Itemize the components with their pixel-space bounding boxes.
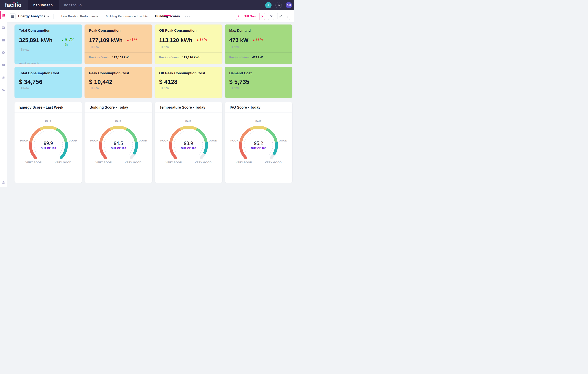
score-gauge: FAIR POOR GOOD VERY POOR VERY GOOD 99.9 … — [18, 119, 79, 167]
footer-label: Previous Week — [229, 56, 249, 59]
score-card-row: Energy Score - Last Week FAIR POOR GOOD … — [14, 102, 292, 183]
toolbar-right: Till Now — [236, 10, 290, 22]
gauge-label-very-good: VERY GOOD — [51, 161, 75, 164]
kpi-card: Total Consumption 325,891 kWh ▼ 6.72 % T… — [14, 24, 82, 64]
view-tab-live-building-performance[interactable]: Live Building Performance — [58, 14, 102, 18]
alarm-icon — [1, 75, 5, 79]
kpi-footer: Previous Week — [19, 62, 78, 64]
footer-label: Previous Week — [19, 62, 39, 64]
active-view-underline — [164, 15, 171, 16]
delta-value: 0 — [200, 37, 203, 42]
kpi-cost-value: $ 34,756 — [19, 79, 78, 85]
top-navbar: facılıo DASHBOARD PORTFOLIO AM — [0, 0, 294, 10]
footer-label: Previous Week — [159, 56, 179, 59]
expand-button[interactable] — [277, 13, 284, 20]
kpi-cost-card: Demand Cost $ 5,735 Till Now — [225, 67, 292, 98]
chevron-right-icon — [261, 15, 263, 18]
nav-tab-dashboard[interactable]: DASHBOARD — [28, 0, 59, 10]
dashboard-content: Total Consumption 325,891 kWh ▼ 6.72 % T… — [7, 22, 294, 187]
toolbar-left: Energy Analytics Live Building Performan… — [10, 10, 190, 22]
delta-triangle-icon: ▲ — [127, 39, 129, 41]
kpi-footer: Previous Week 473 kW — [229, 55, 288, 59]
kpi-row-consumption: Total Consumption 325,891 kWh ▼ 6.72 % T… — [14, 24, 292, 64]
add-button[interactable] — [265, 2, 272, 8]
kpi-value: 113,120 kWh — [159, 37, 192, 44]
delta-unit: % — [134, 38, 137, 42]
delta-value: 6.72 — [65, 37, 74, 42]
gauge-label-very-good: VERY GOOD — [191, 161, 215, 164]
gauge-value: 93.9 — [158, 141, 219, 146]
windows-icon — [1, 88, 5, 92]
filter-funnel-icon — [270, 14, 273, 18]
kpi-title: Max Demand — [229, 29, 288, 33]
energy-bolt-icon — [1, 51, 5, 54]
kpi-delta: ▲ 0 % — [196, 37, 207, 42]
chevron-down-icon — [47, 16, 49, 17]
filter-button[interactable] — [268, 13, 274, 20]
kpi-title: Peak Consumption — [89, 29, 148, 33]
view-tab-building-scores[interactable]: Building Scores — [151, 14, 184, 18]
gauge-label-very-poor: VERY POOR — [161, 161, 186, 164]
kpi-period: Till Now — [89, 86, 148, 90]
gauge-label-very-good: VERY GOOD — [121, 161, 145, 164]
nav-tab-portfolio[interactable]: PORTFOLIO — [59, 0, 88, 10]
hamburger-menu-button[interactable] — [10, 13, 16, 19]
logo-dot — [13, 2, 14, 3]
kpi-title: Peak Consumption Cost — [89, 71, 148, 75]
kpi-period: Till Now — [19, 86, 78, 90]
sidebar-item-inbox[interactable] — [0, 23, 7, 32]
plus-icon — [267, 4, 270, 7]
gauge-out-of-label: OUT OF 100 — [18, 147, 79, 150]
left-sidebar — [0, 10, 7, 187]
kpi-cost-card: Total Consumption Cost $ 34,756 Till Now — [14, 67, 82, 98]
sidebar-item-energy[interactable] — [0, 48, 7, 57]
kpi-cost-value: $ 10,442 — [89, 79, 148, 85]
view-tabs: Live Building PerformanceBuilding Perfor… — [58, 14, 184, 18]
card-divider — [14, 60, 82, 61]
sidebar-item-buildings[interactable] — [0, 10, 7, 20]
sidebar-item-maintenance[interactable] — [0, 35, 7, 45]
notifications-button[interactable] — [275, 2, 282, 8]
delta-triangle-icon: ▲ — [252, 39, 255, 41]
time-prev-button[interactable] — [236, 13, 241, 20]
sidebar-item-alarms[interactable] — [0, 73, 7, 82]
sidebar-item-dashboards[interactable] — [0, 60, 7, 70]
dashboard-selector[interactable]: Energy Analytics — [18, 14, 49, 18]
card-divider — [155, 52, 222, 53]
kpi-delta: ▲ 0 % — [127, 37, 137, 42]
kpi-card: Max Demand 473 kW ▲ 0 % Till Now Previou… — [225, 24, 292, 64]
view-tab-building-performance-insights[interactable]: Building Performance Insights — [102, 14, 151, 18]
footer-value: 113,120 kWh — [182, 55, 200, 59]
gauge-out-of-label: OUT OF 100 — [228, 147, 289, 150]
time-range-button[interactable]: Till Now — [241, 13, 260, 20]
delta-value: 0 — [256, 37, 259, 42]
chevron-left-icon — [238, 15, 240, 18]
time-next-button[interactable] — [260, 13, 265, 20]
kpi-title: Total Consumption — [19, 29, 78, 33]
time-range-control: Till Now — [236, 13, 265, 20]
score-card-title: IAQ Score - Today — [225, 102, 292, 113]
kpi-period: Till Now — [229, 86, 288, 90]
delta-triangle-icon: ▼ — [61, 39, 64, 42]
gauge-value: 95.2 — [228, 141, 289, 146]
kpi-cost-card: Peak Consumption Cost $ 10,442 Till Now — [84, 67, 152, 98]
kpi-delta: ▲ 0 % — [252, 37, 263, 42]
kpi-period: Till Now — [159, 45, 218, 49]
gauge-center: 95.2 OUT OF 100 — [228, 141, 289, 150]
view-actions-group — [277, 13, 290, 20]
footer-value: 177,109 kWh — [112, 55, 130, 59]
sidebar-settings[interactable] — [0, 181, 7, 185]
kpi-title: Off Peak Consumption — [159, 29, 218, 33]
sidebar-item-apps[interactable] — [0, 85, 7, 95]
app-logo: facılıo — [0, 0, 28, 10]
overflow-menu-button[interactable] — [284, 13, 290, 20]
gauge-label-fair: FAIR — [18, 120, 79, 123]
gauge-value: 94.5 — [88, 141, 149, 146]
gauge-center: 93.9 OUT OF 100 — [158, 141, 219, 150]
expand-icon — [279, 15, 282, 18]
gauge-label-very-poor: VERY POOR — [231, 161, 256, 164]
score-card: IAQ Score - Today FAIR POOR GOOD VERY PO… — [225, 102, 292, 183]
kpi-cost-card: Off Peak Consumption Cost $ 4128 Till No… — [155, 67, 222, 98]
more-tabs-button[interactable] — [185, 16, 190, 17]
user-avatar[interactable]: AM — [286, 2, 292, 8]
